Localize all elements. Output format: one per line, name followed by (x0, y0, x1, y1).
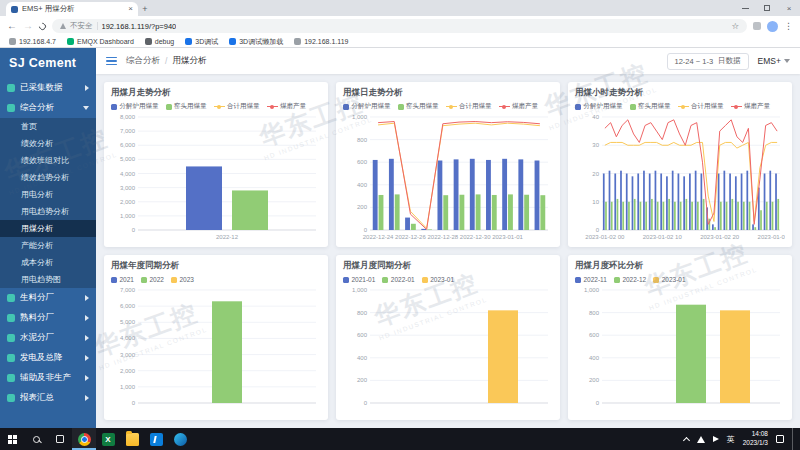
legend-item-0[interactable]: 2021 (111, 276, 134, 283)
chrome-icon (78, 433, 91, 446)
sidebar-group-5[interactable]: 发电及总降 (0, 348, 96, 368)
tray-expand-icon[interactable] (683, 436, 690, 443)
bookmark-star-icon[interactable]: ☆ (731, 21, 739, 31)
tab-close-icon[interactable]: × (128, 5, 133, 13)
volume-icon[interactable] (713, 436, 719, 442)
svg-text:6,000: 6,000 (120, 142, 136, 148)
legend-bar-icon (630, 104, 636, 110)
close-button[interactable]: × (778, 0, 800, 16)
sidebar-item-8[interactable]: 成本分析 (0, 254, 96, 271)
bookmark-favicon (294, 38, 301, 45)
sidebar-group-2[interactable]: 生料分厂 (0, 288, 96, 308)
legend-item-0[interactable]: 分解炉用煤量 (343, 102, 391, 111)
legend-bar-icon (398, 104, 404, 110)
svg-text:1,000: 1,000 (584, 287, 600, 293)
legend-label: 2022-11 (584, 276, 607, 283)
legend-item-0[interactable]: 2022-11 (575, 276, 607, 283)
address-bar[interactable]: 不安全 192.168.1.119/?p=940 ☆ (52, 19, 747, 33)
taskbar-explorer-button[interactable] (120, 428, 144, 450)
taskbar-excel-button[interactable] (96, 428, 120, 450)
breadcrumb: 综合分析 / 用煤分析 (126, 55, 206, 67)
legend-item-3[interactable]: 煤磨产量 (499, 102, 539, 111)
taskbar-chrome-button[interactable] (72, 428, 96, 450)
sidebar-item-1[interactable]: 绩效分析 (0, 135, 96, 152)
legend-line-icon (731, 106, 742, 108)
sidebar-group-0[interactable]: 已采集数据 (0, 78, 96, 98)
sidebar-group-label: 发电及总降 (20, 352, 80, 364)
bookmark-item-3[interactable]: 3D调试 (185, 37, 218, 47)
extensions-icon[interactable] (753, 22, 761, 30)
sidebar-group-label: 熟料分厂 (20, 312, 80, 324)
sidebar-item-4[interactable]: 用电分析 (0, 186, 96, 203)
profile-avatar[interactable] (767, 21, 778, 32)
legend-item-2[interactable]: 2023-01 (422, 276, 454, 283)
legend-item-2[interactable]: 合计用煤量 (678, 102, 724, 111)
legend-label: 分解炉用煤量 (584, 102, 623, 111)
date-range-picker[interactable]: 12-24 ~ 1-3 日数据 (667, 53, 749, 70)
svg-text:600: 600 (357, 332, 368, 338)
taskbar-vscode-button[interactable] (144, 428, 168, 450)
sidebar-item-9[interactable]: 用电趋势图 (0, 271, 96, 288)
account-dropdown[interactable]: EMS+ (758, 56, 790, 66)
new-tab-button[interactable]: + (138, 3, 152, 15)
network-icon[interactable] (697, 436, 705, 443)
sidebar-item-0[interactable]: 首页 (0, 118, 96, 135)
legend-item-2[interactable]: 2023 (171, 276, 194, 283)
legend-item-1[interactable]: 2022-01 (382, 276, 414, 283)
start-button[interactable] (0, 428, 24, 450)
bookmark-item-0[interactable]: 192.168.4.7 (9, 38, 56, 45)
legend-item-2[interactable]: 2023-01 (653, 276, 685, 283)
sidebar-group-3[interactable]: 熟料分厂 (0, 308, 96, 328)
browser-tab[interactable]: EMS+ 用煤分析 × (6, 2, 138, 16)
ime-indicator[interactable]: 英 (727, 434, 735, 445)
legend-label: 分解炉用煤量 (352, 102, 391, 111)
sidebar-group-4[interactable]: 水泥分厂 (0, 328, 96, 348)
legend-item-1[interactable]: 窑头用煤量 (398, 102, 439, 111)
back-icon[interactable]: ← (7, 21, 17, 31)
legend-item-2[interactable]: 合计用煤量 (446, 102, 492, 111)
reload-icon[interactable] (38, 21, 48, 31)
legend-bar-icon (575, 104, 581, 110)
chevron-down-icon (784, 59, 790, 63)
bookmark-item-5[interactable]: 192.168.1.119 (294, 38, 348, 45)
legend-item-3[interactable]: 煤磨产量 (731, 102, 771, 111)
sidebar-item-7[interactable]: 产能分析 (0, 237, 96, 254)
sidebar-item-5[interactable]: 用电趋势分析 (0, 203, 96, 220)
legend-item-1[interactable]: 2022-12 (614, 276, 646, 283)
forward-icon[interactable]: → (23, 21, 33, 31)
legend-item-0[interactable]: 2021-01 (343, 276, 375, 283)
taskbar-edge-button[interactable] (168, 428, 192, 450)
legend-item-1[interactable]: 2022 (141, 276, 164, 283)
task-view-button[interactable] (48, 428, 72, 450)
sidebar-group-6[interactable]: 辅助及非生产 (0, 368, 96, 388)
bookmark-item-4[interactable]: 3D调试懒加载 (229, 37, 283, 47)
bookmark-item-2[interactable]: debug (145, 38, 174, 45)
sidebar-item-3[interactable]: 绩效趋势分析 (0, 169, 96, 186)
sidebar-item-2[interactable]: 绩效班组对比 (0, 152, 96, 169)
sidebar-submenu: 首页绩效分析绩效班组对比绩效趋势分析用电分析用电趋势分析用煤分析产能分析成本分析… (0, 118, 96, 288)
taskbar-search-button[interactable] (24, 428, 48, 450)
legend-label: 合计用煤量 (459, 102, 492, 111)
minimize-button[interactable] (734, 0, 756, 16)
not-secure-icon[interactable] (60, 23, 66, 29)
sidebar-group-7[interactable]: 报表汇总 (0, 388, 96, 408)
chart-plot: 02004006008001,000 (575, 285, 785, 415)
legend-item-1[interactable]: 窑头用煤量 (166, 102, 207, 111)
legend-line-icon (678, 106, 689, 108)
legend-item-0[interactable]: 分解炉用煤量 (575, 102, 623, 111)
legend-item-2[interactable]: 合计用煤量 (214, 102, 260, 111)
maximize-button[interactable] (756, 0, 778, 16)
legend-item-3[interactable]: 煤磨产量 (267, 102, 307, 111)
sidebar-item-6[interactable]: 用煤分析 (0, 220, 96, 237)
hamburger-icon[interactable] (106, 57, 117, 66)
breadcrumb-parent[interactable]: 综合分析 (126, 55, 160, 67)
bookmark-item-1[interactable]: EMQX Dashboard (67, 38, 134, 45)
legend-item-0[interactable]: 分解炉用煤量 (111, 102, 159, 111)
menu-group-icon (7, 374, 15, 382)
browser-menu-icon[interactable]: ⋮ (784, 21, 793, 31)
legend-item-1[interactable]: 窑头用煤量 (630, 102, 671, 111)
taskbar-clock[interactable]: 14:08 2023/1/3 (743, 430, 768, 448)
show-desktop-button[interactable] (792, 428, 796, 450)
action-center-icon[interactable] (776, 435, 784, 443)
sidebar-group-1[interactable]: 综合分析 (0, 98, 96, 118)
